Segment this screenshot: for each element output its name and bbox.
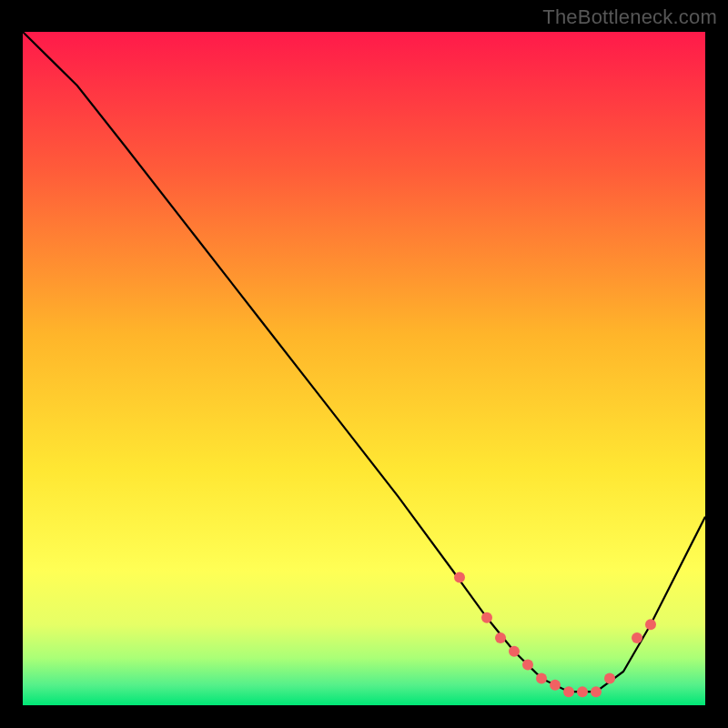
gradient-background	[23, 32, 705, 705]
marker-dot	[454, 571, 465, 582]
marker-dot	[632, 632, 642, 643]
attribution-label: TheBottleneck.com	[542, 5, 717, 29]
marker-dot	[536, 672, 547, 683]
marker-dot	[509, 646, 520, 657]
chart-frame: TheBottleneck.com	[0, 0, 728, 728]
chart-svg	[23, 32, 705, 705]
marker-dot	[604, 672, 615, 683]
plot-area	[23, 32, 705, 705]
marker-dot	[591, 686, 602, 697]
marker-dot	[550, 680, 561, 691]
marker-dot	[495, 632, 506, 643]
marker-dot	[522, 660, 533, 671]
marker-dot	[563, 686, 574, 697]
marker-dot	[481, 612, 492, 623]
marker-dot	[577, 686, 588, 697]
marker-dot	[645, 619, 656, 630]
